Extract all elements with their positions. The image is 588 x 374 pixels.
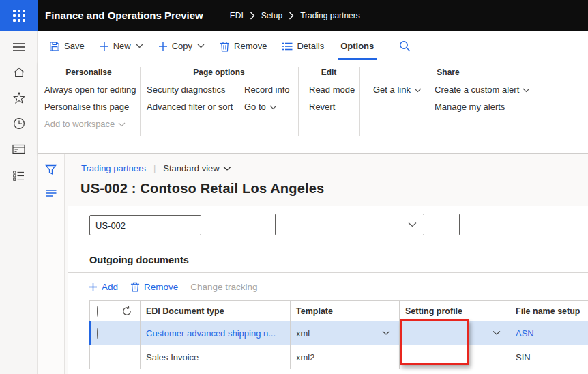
row-select-cell[interactable] — [90, 345, 117, 369]
template-cell[interactable]: xml2 — [291, 345, 400, 369]
row-select-cell[interactable] — [90, 321, 117, 345]
setting-profile-cell[interactable] — [400, 345, 510, 369]
app-launcher-button[interactable] — [0, 0, 38, 31]
chevron-down-icon — [197, 44, 205, 48]
pipe-separator: | — [153, 163, 156, 173]
advanced-filter-or-sort-item[interactable]: Advanced filter or sort — [147, 98, 233, 115]
copy-button[interactable]: Copy — [151, 31, 212, 61]
details-button[interactable]: Details — [274, 31, 332, 61]
workspaces-icon[interactable] — [0, 140, 38, 158]
chevron-down-icon — [414, 88, 422, 93]
file-name-setup-cell[interactable]: SIN — [510, 345, 588, 369]
header-file-name-setup[interactable]: File name setup — [510, 301, 588, 321]
read-mode-item[interactable]: Read mode — [309, 81, 355, 98]
recent-clock-icon[interactable] — [0, 115, 38, 132]
outgoing-documents-section: Outgoing documents Add Remove Change tra… — [68, 244, 588, 374]
get-a-link-item[interactable]: Get a link — [373, 81, 422, 98]
options-flyout: Personalise Always open for editing Pers… — [38, 61, 588, 154]
home-icon[interactable] — [0, 63, 38, 81]
always-open-for-editing-item[interactable]: Always open for editing — [44, 81, 136, 98]
record-info-item[interactable]: Record info — [244, 81, 289, 98]
page-content: Trading partners | Standard view US-002 … — [38, 154, 588, 374]
plus-icon — [158, 42, 168, 51]
refresh-icon — [121, 306, 140, 317]
options-tab[interactable]: Options — [332, 31, 383, 61]
personalise-this-page-item[interactable]: Personalise this page — [44, 98, 129, 115]
manage-my-alerts-item[interactable]: Manage my alerts — [435, 98, 505, 115]
product-title: Finance and Operations Preview — [38, 10, 220, 21]
breadcrumb-trading-partners[interactable]: Trading partners — [300, 11, 360, 20]
header-template[interactable]: Template — [291, 301, 400, 321]
action-bar: Save New Copy Remove Details — [38, 31, 588, 61]
breadcrumb-setup[interactable]: Setup — [261, 11, 282, 20]
row-selection-bar — [89, 321, 91, 345]
header-edi-document-type[interactable]: EDI Document type — [141, 301, 291, 321]
hamburger-menu-icon[interactable] — [0, 38, 38, 56]
favorites-star-icon[interactable] — [0, 89, 38, 106]
chevron-down-icon[interactable] — [382, 330, 390, 336]
header-dropdown[interactable] — [275, 214, 424, 235]
template-cell[interactable]: xml — [291, 321, 400, 345]
select-all-header[interactable] — [90, 301, 117, 321]
save-button[interactable]: Save — [42, 31, 92, 61]
modules-list-icon[interactable] — [0, 167, 38, 184]
remove-row-button[interactable]: Remove — [130, 282, 178, 292]
select-all-radio[interactable] — [97, 306, 98, 317]
grid-header-row: EDI Document type Template Setting profi… — [90, 301, 588, 321]
side-toolstrip — [38, 154, 65, 374]
add-to-workspace-item[interactable]: Add to workspace — [44, 115, 126, 132]
file-name-setup-cell[interactable]: ASN — [510, 321, 588, 345]
view-header: Trading partners | Standard view — [81, 163, 231, 173]
chevron-down-icon — [136, 44, 143, 48]
page-title: US-002 : Contoso Retail Los Angeles — [80, 181, 324, 197]
chevron-down-icon — [408, 222, 417, 227]
breadcrumb: EDI Setup Trading partners — [220, 11, 360, 20]
edi-document-type-cell[interactable]: Sales Invoice — [141, 345, 291, 369]
row-refresh-cell — [117, 321, 141, 345]
group-label-page-options: Page options — [140, 68, 298, 77]
new-button[interactable]: New — [92, 31, 151, 61]
change-tracking-button[interactable]: Change tracking — [190, 282, 257, 292]
go-to-item[interactable]: Go to — [244, 98, 277, 115]
outgoing-documents-grid: EDI Document type Template Setting profi… — [89, 300, 588, 369]
details-list-icon — [282, 42, 293, 51]
trash-icon — [220, 41, 230, 52]
options-label: Options — [340, 41, 374, 51]
save-label: Save — [64, 41, 85, 51]
waffle-icon — [13, 10, 25, 22]
chevron-down-icon — [118, 122, 126, 127]
header-fields-card — [68, 206, 588, 244]
edi-document-type-cell[interactable]: Customer advanced shipping n... — [141, 321, 291, 345]
header-field-partial[interactable] — [459, 214, 588, 235]
refresh-header[interactable] — [117, 301, 141, 321]
grid-row-2[interactable]: Sales Invoice xml2 SIN — [90, 345, 588, 369]
filter-funnel-icon[interactable] — [38, 162, 64, 177]
row-refresh-cell — [117, 345, 141, 369]
details-label: Details — [297, 41, 324, 51]
row-radio[interactable] — [97, 328, 98, 339]
group-divider — [140, 67, 141, 136]
header-setting-profile[interactable]: Setting profile — [400, 301, 510, 321]
trash-icon — [130, 282, 140, 292]
security-diagnostics-item[interactable]: Security diagnostics — [147, 81, 226, 98]
grid-row-1[interactable]: Customer advanced shipping n... xml ASN — [90, 321, 588, 345]
plus-icon — [100, 42, 109, 51]
copy-label: Copy — [172, 41, 192, 51]
add-button[interactable]: Add — [89, 282, 118, 292]
setting-profile-cell[interactable] — [400, 321, 510, 345]
search-button[interactable] — [389, 31, 420, 61]
plus-icon — [89, 283, 98, 291]
grid-toolbar: Add Remove Change tracking — [89, 276, 258, 297]
view-selector[interactable]: Standard view — [163, 163, 231, 173]
save-floppy-icon — [49, 41, 60, 52]
group-divider — [298, 67, 299, 136]
create-a-custom-alert-item[interactable]: Create a custom alert — [435, 81, 530, 98]
revert-item[interactable]: Revert — [309, 98, 335, 115]
trading-partners-link[interactable]: Trading partners — [81, 163, 146, 173]
partner-id-input[interactable] — [89, 215, 201, 235]
task-list-icon[interactable] — [38, 186, 64, 201]
remove-button[interactable]: Remove — [212, 31, 274, 61]
group-divider — [359, 67, 360, 136]
breadcrumb-edi[interactable]: EDI — [230, 11, 244, 20]
chevron-down-icon[interactable] — [493, 330, 501, 336]
